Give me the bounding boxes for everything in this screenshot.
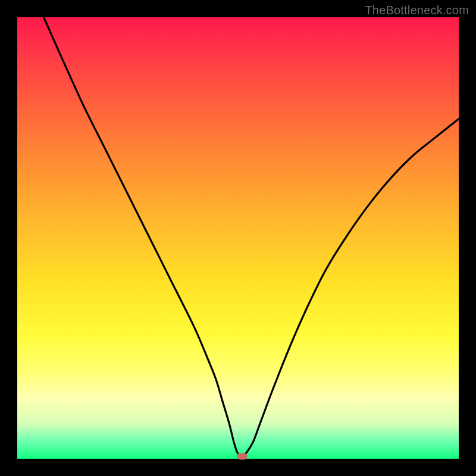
plot-area xyxy=(17,17,459,459)
chart-frame: TheBottleneck.com xyxy=(0,0,476,476)
bottleneck-curve xyxy=(17,17,459,459)
curve-path xyxy=(44,17,459,456)
watermark-text: TheBottleneck.com xyxy=(365,4,469,17)
min-marker xyxy=(237,453,247,459)
